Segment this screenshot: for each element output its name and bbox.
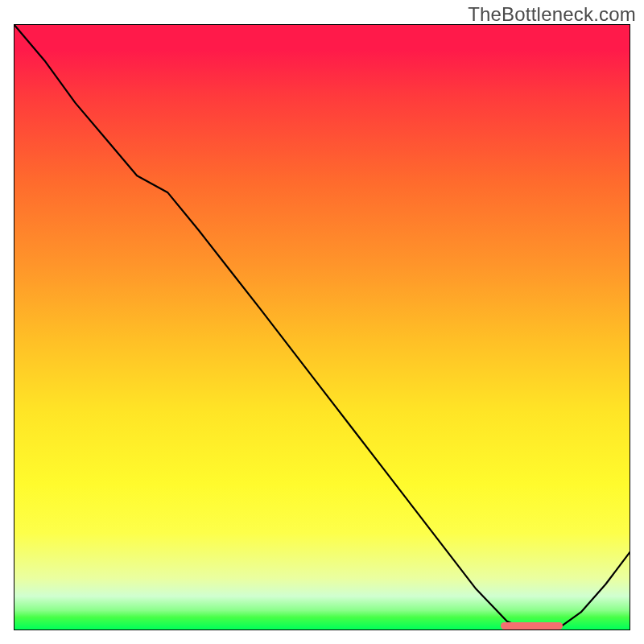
watermark-text: TheBottleneck.com [468, 3, 636, 26]
heatmap-gradient [14, 24, 630, 630]
plot-area [14, 24, 630, 630]
chart-container: TheBottleneck.com [0, 0, 644, 644]
optimal-range-marker [501, 622, 563, 630]
